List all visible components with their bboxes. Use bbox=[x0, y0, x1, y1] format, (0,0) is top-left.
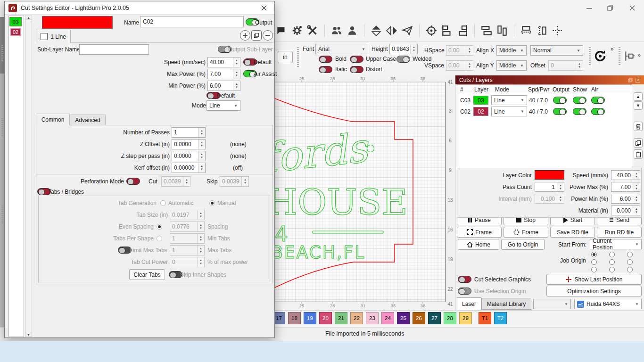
spinner-arrows[interactable]: ▲▼ bbox=[466, 46, 473, 55]
settings-gear-icon[interactable] bbox=[291, 25, 303, 37]
go-to-origin-button[interactable]: Go to Origin bbox=[501, 239, 545, 250]
tab-size-stepper[interactable]: 0.0197▲▼ bbox=[170, 210, 205, 220]
spinner-arrows[interactable]: ▲▼ bbox=[633, 171, 640, 180]
perforation-cut-stepper[interactable]: 0.0039▲▼ bbox=[161, 176, 190, 187]
spinner-arrows[interactable]: ▲▼ bbox=[198, 151, 205, 161]
spin-down-icon[interactable]: ▼ bbox=[559, 199, 562, 202]
output-toggle[interactable] bbox=[553, 97, 567, 104]
toolbar-handle[interactable] bbox=[297, 47, 299, 68]
height-stepper[interactable]: 0.9843▲▼ bbox=[389, 44, 418, 54]
palette-color[interactable]: 25 bbox=[397, 312, 410, 324]
passes-stepper[interactable]: 1▲▼ bbox=[172, 127, 206, 138]
copy-layer-button[interactable] bbox=[634, 138, 643, 148]
font-combo[interactable]: Arial▼ bbox=[315, 44, 368, 54]
dock-panel-icon[interactable] bbox=[275, 25, 288, 37]
scroll-up-icon[interactable]: ▲ bbox=[25, 16, 32, 20]
spinner-arrows[interactable]: ▲▼ bbox=[198, 163, 205, 173]
spin-up-icon[interactable]: ▲ bbox=[199, 259, 202, 262]
clear-tabs-button[interactable]: Clear Tabs bbox=[129, 269, 165, 280]
cut-selected-toggle[interactable] bbox=[458, 276, 471, 283]
spin-up-icon[interactable]: ▲ bbox=[244, 178, 247, 181]
spin-up-icon[interactable]: ▲ bbox=[635, 196, 638, 199]
spinner-arrows[interactable]: ▲▼ bbox=[233, 69, 240, 79]
job-origin-radio[interactable] bbox=[591, 252, 597, 257]
palette-color[interactable]: 22 bbox=[350, 312, 363, 324]
tab-advanced[interactable]: Advanced bbox=[70, 115, 106, 125]
overflow-chevrons[interactable]: » bbox=[611, 46, 614, 52]
palette-color[interactable]: 20 bbox=[319, 312, 332, 324]
tabs-per-shape-radio[interactable] bbox=[157, 236, 162, 241]
spin-up-icon[interactable]: ▲ bbox=[635, 184, 638, 187]
spin-down-icon[interactable]: ▼ bbox=[199, 215, 202, 218]
align-right-icon[interactable] bbox=[456, 25, 469, 37]
spin-up-icon[interactable]: ▲ bbox=[635, 207, 638, 211]
spinner-arrows[interactable]: ▲▼ bbox=[197, 246, 204, 255]
spin-up-icon[interactable]: ▲ bbox=[413, 46, 415, 49]
spinner-arrows[interactable]: ▲▼ bbox=[557, 182, 564, 191]
layer-color-swatch[interactable] bbox=[535, 170, 564, 180]
layer-swatch[interactable]: 03 bbox=[9, 17, 22, 26]
perforation-skip-stepper[interactable]: 0.0039▲▼ bbox=[220, 176, 249, 187]
power-max-stepper[interactable]: 7.00▲▼ bbox=[611, 182, 640, 192]
layer-color-swatch[interactable]: 02 bbox=[473, 107, 488, 116]
palette-color[interactable]: 19 bbox=[304, 312, 316, 324]
spinner-arrows[interactable]: ▲▼ bbox=[183, 177, 190, 186]
tab-common[interactable]: Common bbox=[36, 114, 70, 125]
spin-down-icon[interactable]: ▼ bbox=[200, 156, 203, 159]
tab-cut-power-stepper[interactable]: 0▲▼ bbox=[170, 257, 205, 267]
design-subtitle-text[interactable]: BEACH,FL bbox=[275, 242, 365, 263]
layer-down-button[interactable]: ▼ bbox=[634, 101, 643, 110]
job-origin-radio[interactable] bbox=[627, 267, 633, 272]
air-toggle[interactable] bbox=[591, 108, 605, 115]
spin-down-icon[interactable]: ▼ bbox=[235, 62, 238, 66]
layer-mode-combo[interactable]: Line▼ bbox=[491, 107, 527, 116]
spin-down-icon[interactable]: ▼ bbox=[235, 86, 238, 89]
spin-down-icon[interactable]: ▼ bbox=[635, 187, 638, 190]
toolbar-handle[interactable] bbox=[619, 47, 620, 66]
palette-color[interactable]: 24 bbox=[381, 312, 394, 324]
dock-handle[interactable] bbox=[1, 45, 3, 62]
material-combo[interactable]: ▼ bbox=[533, 299, 571, 309]
layer-mode-combo[interactable]: Line▼ bbox=[491, 95, 527, 105]
palette-tool-color[interactable]: T2 bbox=[494, 312, 507, 324]
spin-down-icon[interactable]: ▼ bbox=[199, 250, 202, 254]
sublayer-name-input[interactable] bbox=[79, 44, 149, 55]
spinner-arrows[interactable]: ▲▼ bbox=[633, 194, 640, 203]
sublayer-tab[interactable]: 1 Line bbox=[36, 30, 71, 43]
table-row[interactable]: C02 02 Line▼ 40 / 7.0 bbox=[457, 106, 632, 117]
z-step-stepper[interactable]: 0.0000▲▼ bbox=[172, 151, 206, 161]
spin-up-icon[interactable]: ▲ bbox=[200, 165, 203, 168]
distribute-vertical-icon[interactable] bbox=[496, 25, 508, 37]
refresh-icon[interactable] bbox=[593, 49, 607, 63]
workspace-canvas[interactable]: 2528313538 2528313538 41 3 6 9 13 16 19 … bbox=[275, 75, 455, 309]
max-power-stepper[interactable]: 7.00▲▼ bbox=[207, 69, 240, 79]
palette-color[interactable]: 23 bbox=[366, 312, 379, 324]
spin-down-icon[interactable]: ▼ bbox=[635, 175, 638, 179]
device-combo[interactable]: Ruida 644XS▼ bbox=[574, 299, 642, 309]
spin-down-icon[interactable]: ▼ bbox=[468, 50, 471, 54]
min-tabs-stepper[interactable]: 1▲▼ bbox=[170, 233, 205, 244]
spin-up-icon[interactable]: ▲ bbox=[185, 178, 188, 181]
spin-up-icon[interactable]: ▲ bbox=[578, 62, 581, 66]
align-x-combo[interactable]: Middle▼ bbox=[496, 45, 527, 56]
job-origin-radio[interactable] bbox=[627, 259, 633, 265]
spinner-arrows[interactable]: ▲▼ bbox=[233, 81, 240, 90]
current-layer-color-swatch[interactable] bbox=[42, 16, 113, 29]
kerf-stepper[interactable]: 0.00000▲▼ bbox=[172, 163, 206, 173]
duplicate-sublayer-button[interactable] bbox=[251, 30, 262, 41]
spin-down-icon[interactable]: ▼ bbox=[199, 239, 202, 242]
layer-color-swatch[interactable]: 03 bbox=[473, 96, 488, 105]
group-users-icon[interactable] bbox=[330, 25, 343, 37]
tab-generation-automatic-radio[interactable] bbox=[160, 200, 166, 206]
home-button[interactable]: Home bbox=[458, 239, 499, 250]
flip-horizontal-icon[interactable] bbox=[386, 25, 398, 37]
palette-color[interactable]: 18 bbox=[288, 312, 301, 324]
speed-stepper[interactable]: 40.00▲▼ bbox=[207, 57, 240, 67]
sublayer-checkbox[interactable] bbox=[41, 33, 48, 40]
spinner-arrows[interactable]: ▲▼ bbox=[576, 61, 583, 70]
name-input[interactable]: C02 bbox=[140, 16, 244, 27]
spinner-arrows[interactable]: ▲▼ bbox=[557, 194, 564, 203]
minimize-icon[interactable] bbox=[586, 5, 593, 12]
close-dialog-icon[interactable] bbox=[260, 4, 268, 12]
job-origin-radio[interactable] bbox=[627, 252, 633, 257]
